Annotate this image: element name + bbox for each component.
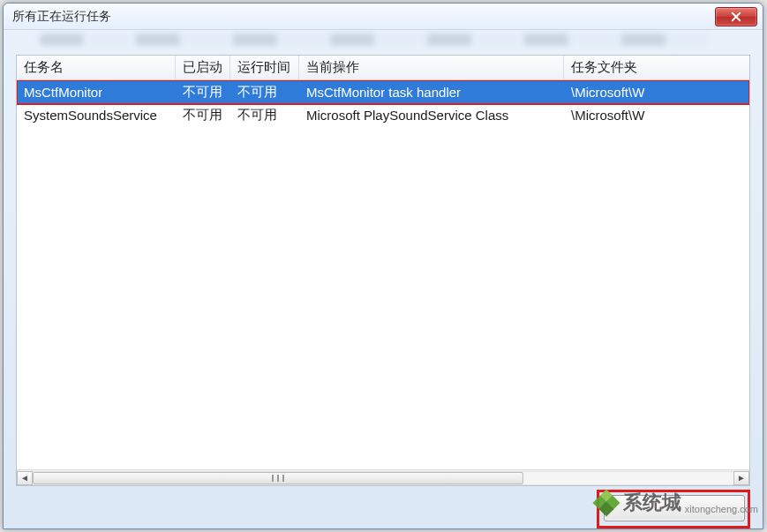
- scroll-right-button[interactable]: ►: [733, 471, 749, 485]
- toolbar-blurred: [4, 30, 763, 49]
- table-row[interactable]: MsCtfMonitor 不可用 不可用 MsCtfMonitor task h…: [17, 80, 749, 103]
- close-icon: [731, 11, 741, 22]
- col-header-operation[interactable]: 当前操作: [299, 56, 564, 79]
- cell-folder: \Microsoft\W: [564, 85, 749, 100]
- cell-runtime: 不可用: [230, 107, 299, 124]
- dialog-window: 所有正在运行任务 任务名 已启动 运行时间 当前操作 任务文件夹 MsCtfMo…: [3, 3, 763, 529]
- cell-launched: 不可用: [176, 107, 230, 124]
- scroll-track[interactable]: [33, 471, 733, 485]
- scroll-thumb[interactable]: [33, 472, 523, 484]
- ok-button[interactable]: [604, 495, 745, 521]
- close-button[interactable]: [715, 7, 757, 26]
- dialog-footer: [4, 486, 763, 528]
- rows-container: MsCtfMonitor 不可用 不可用 MsCtfMonitor task h…: [17, 80, 749, 469]
- col-header-name[interactable]: 任务名: [17, 56, 176, 79]
- cell-operation: MsCtfMonitor task handler: [299, 85, 564, 100]
- cell-launched: 不可用: [176, 84, 230, 101]
- titlebar[interactable]: 所有正在运行任务: [4, 4, 763, 30]
- cell-name: MsCtfMonitor: [17, 85, 176, 100]
- cell-operation: Microsoft PlaySoundService Class: [299, 108, 564, 123]
- table-row[interactable]: SystemSoundsService 不可用 不可用 Microsoft Pl…: [17, 103, 749, 126]
- column-headers: 任务名 已启动 运行时间 当前操作 任务文件夹: [17, 56, 749, 80]
- col-header-launched[interactable]: 已启动: [176, 56, 230, 79]
- horizontal-scrollbar[interactable]: ◄ ►: [17, 469, 749, 485]
- col-header-folder[interactable]: 任务文件夹: [564, 56, 749, 79]
- scroll-left-button[interactable]: ◄: [17, 471, 33, 485]
- cell-runtime: 不可用: [230, 84, 299, 101]
- list-view: 任务名 已启动 运行时间 当前操作 任务文件夹 MsCtfMonitor 不可用…: [16, 55, 750, 486]
- cell-folder: \Microsoft\W: [564, 108, 749, 123]
- window-title: 所有正在运行任务: [12, 9, 715, 25]
- col-header-runtime[interactable]: 运行时间: [230, 56, 299, 79]
- cell-name: SystemSoundsService: [17, 108, 176, 123]
